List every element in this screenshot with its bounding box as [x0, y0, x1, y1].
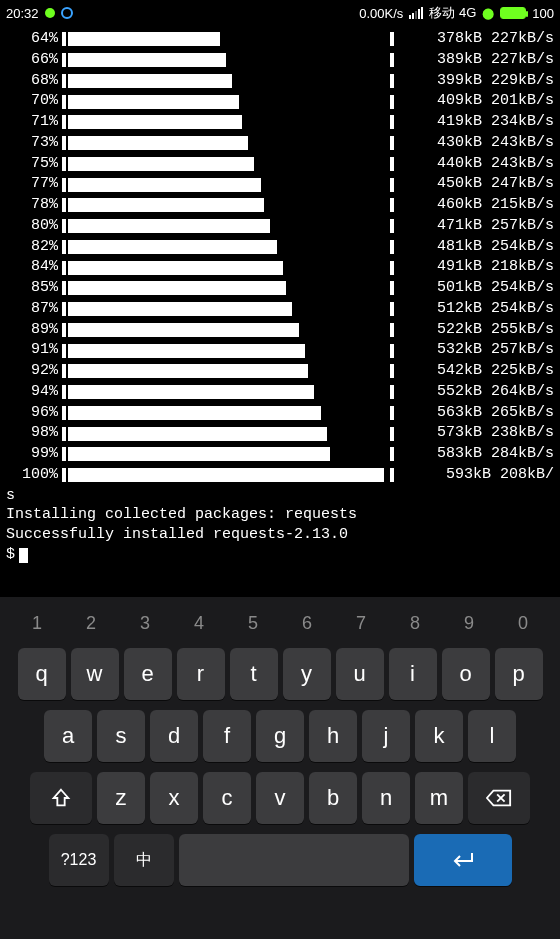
progress-row: 91%532kB 257kB/s [6, 341, 554, 360]
battery-icon [500, 7, 526, 19]
term-line: s [6, 487, 554, 506]
key-f[interactable]: f [203, 710, 251, 762]
key-g[interactable]: g [256, 710, 304, 762]
terminal[interactable]: 64%378kB 227kB/s66%389kB 227kB/s68%399kB… [0, 26, 560, 565]
bar-tick-icon [62, 53, 66, 67]
progress-bar [68, 136, 248, 150]
key-w[interactable]: w [71, 648, 119, 700]
bar-tick-icon [62, 115, 66, 129]
progress-bar [68, 32, 220, 46]
key-b[interactable]: b [309, 772, 357, 824]
pct-label: 82% [6, 238, 58, 257]
key-v[interactable]: v [256, 772, 304, 824]
progress-bar [68, 157, 254, 171]
key-k[interactable]: k [415, 710, 463, 762]
kb-label: 409kB 201kB/s [394, 92, 554, 111]
bar-tick-icon [62, 468, 66, 482]
pct-label: 94% [6, 383, 58, 402]
progress-row: 64%378kB 227kB/s [6, 30, 554, 49]
key-row-2: asdfghjkl [4, 710, 556, 762]
key-m[interactable]: m [415, 772, 463, 824]
bar-tick-icon [62, 219, 66, 233]
cursor-icon [19, 548, 28, 563]
backspace-key[interactable] [468, 772, 530, 824]
key-n[interactable]: n [362, 772, 410, 824]
progress-bar [68, 178, 261, 192]
progress-bar [68, 364, 308, 378]
key-h[interactable]: h [309, 710, 357, 762]
key-p[interactable]: p [495, 648, 543, 700]
key-t[interactable]: t [230, 648, 278, 700]
bar-tick-icon [62, 261, 66, 275]
pct-label: 78% [6, 196, 58, 215]
progress-row: 77%450kB 247kB/s [6, 175, 554, 194]
progress-row: 98%573kB 238kB/s [6, 424, 554, 443]
kb-label: 399kB 229kB/s [394, 72, 554, 91]
pct-label: 68% [6, 72, 58, 91]
key-e[interactable]: e [124, 648, 172, 700]
space-key[interactable] [179, 834, 409, 886]
key-c[interactable]: c [203, 772, 251, 824]
bar-tick-icon [62, 385, 66, 399]
kb-label: 378kB 227kB/s [394, 30, 554, 49]
progress-row: 87%512kB 254kB/s [6, 300, 554, 319]
progress-bar [68, 74, 232, 88]
progress-bar [68, 427, 327, 441]
kb-label: 573kB 238kB/s [394, 424, 554, 443]
key-row-1: qwertyuiop [4, 648, 556, 700]
progress-bar [68, 281, 286, 295]
progress-row: 68%399kB 229kB/s [6, 72, 554, 91]
net-speed: 0.00K/s [359, 6, 403, 21]
kb-label: 419kB 234kB/s [394, 113, 554, 132]
kb-label: 501kB 254kB/s [394, 279, 554, 298]
kb-label: 389kB 227kB/s [394, 51, 554, 70]
key-s[interactable]: s [97, 710, 145, 762]
progress-list: 64%378kB 227kB/s66%389kB 227kB/s68%399kB… [6, 30, 554, 485]
key-r[interactable]: r [177, 648, 225, 700]
key-row-3: zxcvbnm [4, 772, 556, 824]
progress-row: 94%552kB 264kB/s [6, 383, 554, 402]
key-i[interactable]: i [389, 648, 437, 700]
keyboard: 1234567890 qwertyuiop asdfghjkl zxcvbnm … [0, 597, 560, 939]
num-hint: 6 [280, 605, 334, 642]
progress-row: 84%491kB 218kB/s [6, 258, 554, 277]
progress-bar [68, 406, 321, 420]
pct-label: 89% [6, 321, 58, 340]
progress-bar [68, 447, 330, 461]
number-hint-row: 1234567890 [4, 605, 556, 648]
key-o[interactable]: o [442, 648, 490, 700]
enter-key[interactable] [414, 834, 512, 886]
bar-tick-icon [62, 198, 66, 212]
progress-row: 96%563kB 265kB/s [6, 404, 554, 423]
progress-row: 89%522kB 255kB/s [6, 321, 554, 340]
shift-key[interactable] [30, 772, 92, 824]
progress-bar [68, 323, 299, 337]
pct-label: 91% [6, 341, 58, 360]
app-icon [61, 7, 73, 19]
kb-label: 532kB 257kB/s [394, 341, 554, 360]
pct-label: 96% [6, 404, 58, 423]
lang-key[interactable]: 中 [114, 834, 174, 886]
pct-label: 85% [6, 279, 58, 298]
key-z[interactable]: z [97, 772, 145, 824]
pct-label: 73% [6, 134, 58, 153]
key-a[interactable]: a [44, 710, 92, 762]
symbols-key[interactable]: ?123 [49, 834, 109, 886]
bar-tick-icon [62, 344, 66, 358]
key-y[interactable]: y [283, 648, 331, 700]
svg-rect-2 [415, 11, 417, 19]
progress-row: 66%389kB 227kB/s [6, 51, 554, 70]
key-j[interactable]: j [362, 710, 410, 762]
key-x[interactable]: x [150, 772, 198, 824]
progress-row: 71%419kB 234kB/s [6, 113, 554, 132]
num-hint: 7 [334, 605, 388, 642]
key-u[interactable]: u [336, 648, 384, 700]
term-line-install: Installing collected packages: requests [6, 506, 554, 525]
key-q[interactable]: q [18, 648, 66, 700]
key-l[interactable]: l [468, 710, 516, 762]
prompt[interactable]: $ [6, 546, 554, 565]
volte-icon: ⬤ [482, 7, 494, 20]
term-line-success: Successfully installed requests-2.13.0 [6, 526, 554, 545]
key-d[interactable]: d [150, 710, 198, 762]
pct-label: 75% [6, 155, 58, 174]
